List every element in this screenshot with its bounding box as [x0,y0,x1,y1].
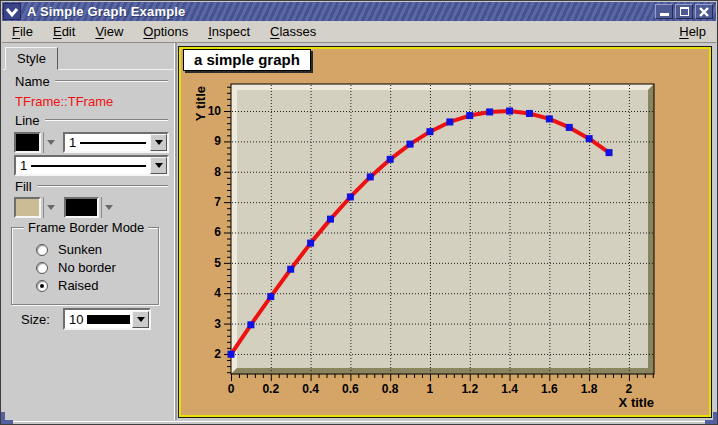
menu-item-edit[interactable]: Edit [43,21,85,42]
size-value: 10 [69,312,83,327]
graph-plot[interactable]: 00.20.40.60.811.21.41.61.822345678910X t… [181,49,709,415]
triangle-down-icon [155,163,163,168]
triangle-down-icon [47,140,55,145]
frame-border-mode-label: Frame Border Mode [24,220,148,235]
minimize-icon [660,13,669,16]
x-axis-title: X title [619,395,654,410]
svg-text:7: 7 [214,195,221,209]
graph-title[interactable]: a simple graph [183,49,311,71]
svg-text:5: 5 [214,256,221,270]
root-canvas[interactable]: a simple graph 00.20.40.60.811.21.41.61.… [181,49,709,415]
line-color-dropdown-arrow[interactable] [43,132,58,153]
triangle-down-icon [47,205,55,210]
line-section-label: Line [15,113,40,128]
name-section-header: Name [15,74,168,88]
radio-icon [36,262,48,274]
size-combo[interactable]: 10 [63,308,151,330]
tab-style[interactable]: Style [5,47,58,70]
fill-color-dropdown-arrow[interactable] [43,197,58,218]
triangle-down-icon [137,317,145,322]
line-style-value: 1 [69,135,76,150]
menu-bar: FileEditViewOptionsInspectClasses Help [2,21,716,43]
close-button[interactable] [695,4,713,19]
separator [37,185,168,187]
radio-no-border[interactable]: No border [36,260,116,275]
name-section-label: Name [15,74,50,89]
minimize-button[interactable] [655,4,673,19]
line-width-combo[interactable]: 1 [14,155,169,176]
svg-text:2: 2 [626,382,633,396]
window-menu-icon[interactable] [3,3,21,20]
close-icon [699,7,709,17]
fill-pattern-swatch[interactable] [64,197,99,218]
canvas-highlight-border: a simple graph 00.20.40.60.811.21.41.61.… [178,46,712,418]
y-axis-title: Y title [193,86,208,121]
line-style-combo-arrow[interactable] [150,134,167,151]
svg-text:8: 8 [214,165,221,179]
resize-corner-bottom-right[interactable] [713,412,717,424]
maximize-icon [680,7,689,16]
svg-text:1.8: 1.8 [581,382,598,396]
menu-item-file[interactable]: File [2,21,43,42]
menu-item-help[interactable]: Help [669,21,716,42]
svg-text:1.4: 1.4 [501,382,518,396]
svg-text:1: 1 [427,382,434,396]
svg-text:1.6: 1.6 [541,382,558,396]
radio-icon [36,244,48,256]
radio-raised-label: Raised [58,278,98,293]
line-width-value: 1 [20,158,27,173]
title-bar[interactable]: A Simple Graph Example [2,2,716,21]
separator [45,119,168,121]
resize-corner-bottom-left[interactable] [1,412,5,424]
fill-pattern-dropdown-arrow[interactable] [101,197,116,218]
menu-item-classes[interactable]: Classes [260,21,326,42]
triangle-down-icon [155,140,163,145]
maximize-button[interactable] [675,4,693,19]
triangle-down-icon [105,205,113,210]
svg-text:2: 2 [214,347,221,361]
line-color-swatch[interactable] [14,132,41,153]
svg-text:0.8: 0.8 [382,382,399,396]
style-editor-panel: Style Name TFrame::TFrame Line 1 [3,43,175,420]
svg-text:9: 9 [214,134,221,148]
size-sample [87,315,130,324]
app-window: A Simple Graph Example FileEditViewOptio… [0,0,718,425]
svg-text:3: 3 [214,317,221,331]
menu-item-inspect[interactable]: Inspect [198,21,260,42]
svg-text:1.2: 1.2 [461,382,478,396]
separator [55,80,168,82]
fill-section-header: Fill [15,179,168,193]
size-label: Size: [21,312,50,327]
menu-item-options[interactable]: Options [133,21,198,42]
main-content: Style Name TFrame::TFrame Line 1 [1,43,717,424]
radio-no-border-label: No border [58,260,116,275]
svg-text:0.4: 0.4 [302,382,319,396]
svg-text:4: 4 [214,286,221,300]
fill-section-label: Fill [15,179,32,194]
svg-text:0: 0 [228,382,235,396]
window-bottom-border [2,421,716,424]
svg-text:10: 10 [208,104,222,118]
radio-sunken[interactable]: Sunken [36,242,102,257]
fill-color-swatch[interactable] [14,197,41,218]
line-width-sample [31,165,146,167]
window-title: A Simple Graph Example [27,4,186,19]
radio-icon [36,280,48,292]
svg-text:0.2: 0.2 [262,382,279,396]
line-style-sample [80,142,146,144]
radio-raised[interactable]: Raised [36,278,98,293]
svg-text:6: 6 [214,225,221,239]
size-combo-arrow[interactable] [132,311,149,328]
svg-text:0.6: 0.6 [342,382,359,396]
menu-item-view[interactable]: View [85,21,133,42]
line-width-combo-arrow[interactable] [150,157,167,174]
frame-border-mode-group: Frame Border Mode Sunken No border Raise… [11,227,159,305]
radio-sunken-label: Sunken [58,242,102,257]
line-style-combo[interactable]: 1 [63,132,169,153]
object-name: TFrame::TFrame [15,94,113,109]
line-section-header: Line [15,113,168,127]
style-editor-body: Name TFrame::TFrame Line 1 1 [3,69,174,420]
